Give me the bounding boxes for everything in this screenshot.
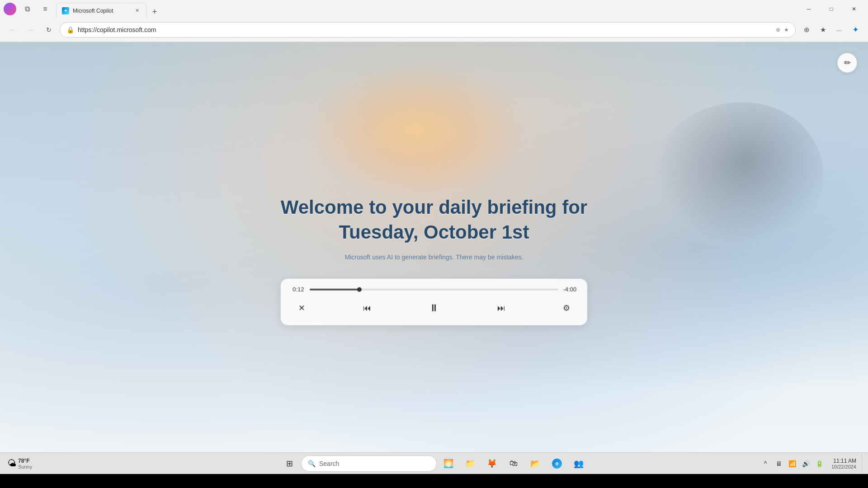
profile-avatar[interactable]: [4, 3, 16, 15]
taskbar-right: ^ 🖥 📶 🔊 🔋 11:11 AM 10/22/2024: [755, 454, 868, 474]
tray-battery-icon[interactable]: 🔋: [813, 457, 826, 470]
taskbar-app-firefox[interactable]: 🦊: [482, 454, 502, 474]
welcome-line-1: Welcome to your daily briefing for: [281, 197, 587, 218]
favorites-button[interactable]: ★: [816, 23, 830, 37]
tab-microsoft-copilot[interactable]: ✦ Microsoft Copilot ✕: [56, 3, 146, 18]
welcome-title: Welcome to your daily briefing for Tuesd…: [281, 195, 587, 244]
current-time: 0:12: [292, 286, 305, 293]
clock-time: 11:11 AM: [831, 458, 856, 464]
lock-icon: 🔒: [66, 26, 74, 33]
taskbar-app-folder[interactable]: 📂: [525, 454, 545, 474]
settings-icon: ⚙: [563, 303, 570, 313]
copilot-sidebar-button[interactable]: ✦: [848, 23, 863, 37]
tab-close-button[interactable]: ✕: [133, 7, 141, 14]
windows-start-button[interactable]: ⊞: [279, 454, 299, 474]
back-button[interactable]: ←: [5, 23, 20, 37]
browser-actions: ⊕ ★ ··· ✦: [799, 23, 863, 37]
more-button[interactable]: ···: [832, 23, 846, 37]
windows-logo-icon: ⊞: [286, 459, 293, 469]
taskbar-app-teams[interactable]: 👥: [569, 454, 589, 474]
weather-icon: 🌤: [7, 458, 16, 469]
tray-volume-icon[interactable]: 🔊: [800, 457, 812, 470]
weather-info: 78°F Sunny: [18, 458, 32, 469]
pen-icon: ✏: [844, 58, 851, 68]
remaining-time: -4:00: [563, 286, 576, 293]
refresh-button[interactable]: ↻: [42, 23, 56, 37]
taskbar-search-icon: 🔍: [308, 460, 316, 467]
settings-button[interactable]: ⚙: [558, 300, 575, 316]
folder-icon: 📂: [530, 459, 540, 469]
star-icon: ★: [784, 27, 789, 33]
taskbar-search-text: Search: [319, 460, 339, 467]
warm-light-overlay: [304, 62, 530, 198]
browser-chrome: ⧉ ≡ ✦ Microsoft Copilot ✕ + ─ □ ✕ ← → ↻ …: [0, 0, 868, 42]
content-area: Welcome to your daily briefing for Tuesd…: [281, 195, 587, 325]
weather-condition: Sunny: [18, 464, 32, 469]
edge-logo-icon: e: [552, 459, 562, 469]
address-bar: ← → ↻ 🔒 https://copilot.microsoft.com ⊕ …: [0, 18, 868, 42]
taskbar-app-widgets[interactable]: 🌅: [439, 454, 458, 474]
close-icon: ✕: [298, 303, 305, 313]
progress-bar[interactable]: [310, 288, 558, 290]
forward-button[interactable]: →: [24, 23, 38, 37]
welcome-line-2: Tuesday, October 1st: [339, 221, 529, 242]
weather-temp: 78°F: [18, 458, 32, 464]
vertical-tabs-button[interactable]: ≡: [38, 2, 52, 16]
main-content: ✏ Welcome to your daily briefing for Tue…: [0, 42, 868, 452]
audio-player: 0:12 -4:00 ✕ ⏮: [281, 279, 587, 325]
file-explorer-icon: 📁: [465, 459, 475, 469]
system-clock[interactable]: 11:11 AM 10/22/2024: [828, 458, 860, 469]
pause-button[interactable]: ⏸: [424, 298, 444, 318]
edit-button[interactable]: ✏: [837, 53, 857, 73]
firefox-icon: 🦊: [487, 459, 497, 469]
fast-forward-icon: ⏭: [497, 303, 505, 313]
url-bar[interactable]: 🔒 https://copilot.microsoft.com ⊕ ★: [60, 22, 796, 38]
widgets-icon: 🌅: [443, 459, 453, 469]
taskbar-center: ⊞ 🔍 Search 🌅 📁 🦊 🛍 📂 e 👥: [279, 454, 589, 474]
tab-groups-button[interactable]: ⧉: [20, 2, 34, 16]
tray-display-icon[interactable]: 🖥: [773, 457, 785, 470]
tab-title: Microsoft Copilot: [73, 8, 130, 14]
show-desktop-button[interactable]: [862, 454, 864, 474]
tray-chevron[interactable]: ^: [759, 457, 772, 470]
progress-fill: [310, 288, 359, 290]
taskbar-search[interactable]: 🔍 Search: [301, 455, 437, 472]
pause-icon: ⏸: [429, 302, 439, 314]
maximize-button[interactable]: □: [821, 2, 842, 16]
extensions-button[interactable]: ⊕: [799, 23, 814, 37]
player-controls: ✕ ⏮ ⏸ ⏭ ⚙: [292, 298, 576, 318]
clock-date: 10/22/2024: [831, 464, 856, 469]
refresh-hint-icon: ⊕: [776, 27, 780, 33]
taskbar-left: 🌤 78°F Sunny: [0, 456, 39, 471]
fast-forward-button[interactable]: ⏭: [493, 300, 509, 316]
disclaimer-text: Microsoft uses AI to generate briefings.…: [281, 253, 587, 261]
copilot-tab-favicon: ✦: [62, 7, 69, 14]
title-bar: ⧉ ≡ ✦ Microsoft Copilot ✕ + ─ □ ✕: [0, 0, 868, 18]
system-tray: ^ 🖥 📶 🔊 🔋: [759, 457, 826, 470]
rewind-button[interactable]: ⏮: [359, 300, 375, 316]
window-controls: ─ □ ✕: [798, 2, 864, 16]
url-text: https://copilot.microsoft.com: [78, 26, 772, 33]
teams-icon: 👥: [574, 459, 584, 469]
new-tab-button[interactable]: +: [148, 5, 161, 18]
close-player-button[interactable]: ✕: [293, 300, 310, 316]
taskbar: 🌤 78°F Sunny ⊞ 🔍 Search 🌅 📁 🦊 🛍: [0, 452, 868, 474]
minimize-button[interactable]: ─: [798, 2, 819, 16]
taskbar-app-store[interactable]: 🛍: [504, 454, 524, 474]
progress-thumb: [357, 287, 362, 291]
taskbar-app-edge[interactable]: e: [547, 454, 567, 474]
tray-wifi-icon[interactable]: 📶: [786, 457, 799, 470]
store-icon: 🛍: [509, 459, 518, 468]
taskbar-app-file-explorer[interactable]: 📁: [460, 454, 480, 474]
progress-row: 0:12 -4:00: [292, 286, 576, 293]
close-button[interactable]: ✕: [844, 2, 864, 16]
weather-widget[interactable]: 🌤 78°F Sunny: [4, 456, 36, 471]
rewind-icon: ⏮: [363, 303, 371, 313]
